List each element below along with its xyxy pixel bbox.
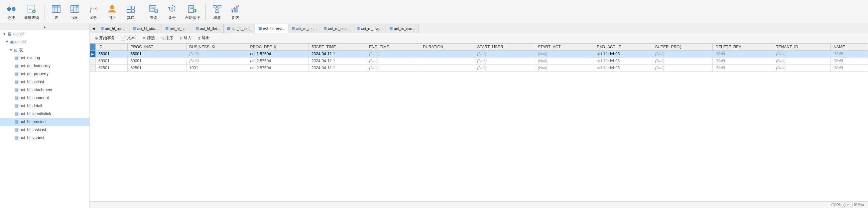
connect-button[interactable]: 连接 [3, 2, 20, 22]
col-header-start-act[interactable]: START_ACT_ [535, 43, 594, 51]
tab-label-0: act_hi_acti... [105, 27, 126, 31]
sidebar-item-act-hi-taskinst[interactable]: ▦ act_hi_taskinst [0, 126, 89, 134]
tab-table-icon2: ▦ [133, 26, 136, 31]
col-header-tenant-id[interactable]: TENANT_ID_ [773, 43, 831, 51]
model-button[interactable]: 模型 [209, 2, 226, 22]
table-cell: (Null) [773, 65, 831, 71]
sidebar-item-act-ge-bytearray[interactable]: ▦ act_ge_bytearray [0, 62, 89, 70]
new-query-button[interactable]: 新建查询 [21, 2, 42, 22]
text-button[interactable]: 📄 文本· [119, 35, 138, 41]
col-header-proc-inst[interactable]: PROC_INST_ [128, 43, 186, 51]
sidebar-item-act-evt-log[interactable]: ▦ act_evt_log [0, 54, 89, 62]
table-row[interactable]: 62501625011001act:2:575042024-04-11 1(Nu… [90, 65, 868, 71]
sidebar-item-act-hi-procinst[interactable]: ▦ act_hi_procinst [0, 118, 89, 126]
tab-act-hi-co[interactable]: ▦ act_hi_co... [162, 24, 192, 33]
tab-act-ru-dea[interactable]: ▦ act_ru_dea... [320, 24, 353, 33]
row-marker [90, 65, 96, 71]
sidebar-label-activiti-db: activiti [15, 39, 26, 44]
query-button[interactable]: 查询 [145, 2, 162, 22]
tab-nav-left[interactable]: ◀ [90, 24, 97, 33]
table-cell: 2024-04-11 1 [309, 58, 366, 65]
col-header-proc-def[interactable]: PROC_DEF_I( [247, 43, 309, 51]
tab-act-hi-ide[interactable]: ▦ act_hi_ide... [224, 24, 255, 33]
svg-rect-36 [188, 5, 194, 12]
sidebar-label-act-hi-attachment: act_hi_attachment [20, 88, 52, 92]
table-header-row: ID_ PROC_INST_ BUSINESS_KI PROC_DEF_I( S… [90, 43, 868, 51]
tab-act-hi-atta[interactable]: ▦ act_hi_atta... [129, 24, 162, 33]
table-cell: 55001 [96, 51, 128, 58]
table-cell: (Null) [474, 51, 535, 58]
col-header-start-user[interactable]: START_USER [474, 43, 535, 51]
data-grid[interactable]: ID_ PROC_INST_ BUSINESS_KI PROC_DEF_I( S… [90, 43, 868, 201]
col-header-name[interactable]: NAME_ [831, 43, 868, 51]
table-row[interactable]: ▶5500155001(Null)act:1:525042024-04-11 1… [90, 51, 868, 58]
sidebar-label-act-hi-comment: act_hi_comment [20, 95, 49, 100]
sidebar-item-activiti-root[interactable]: ▼ 🖥 activiti [0, 30, 89, 38]
sidebar-item-act-hi-attachment[interactable]: ▦ act_hi_attachment [0, 86, 89, 94]
start-transaction-button[interactable]: ⊕ 开始事务 [92, 35, 117, 41]
tab-act-re-mo[interactable]: ▦ act_re_mo... [288, 24, 320, 33]
separator2 [142, 4, 142, 20]
tab-table-icon6: ▦ [258, 26, 261, 31]
col-header-business-ki[interactable]: BUSINESS_KI [186, 43, 247, 51]
auto-run-button[interactable]: 自动运行 [182, 2, 203, 22]
transaction-icon: ⊕ [95, 36, 98, 40]
separator3 [206, 4, 206, 20]
sidebar-item-act-hi-identitylink[interactable]: ▦ act_hi_identitylink [0, 110, 89, 118]
col-header-end-time[interactable]: END_TIME_ [366, 43, 420, 51]
user-label: 用户 [108, 15, 116, 20]
svg-rect-26 [132, 6, 135, 9]
col-header-delete-rea[interactable]: DELETE_REA [713, 43, 773, 51]
sidebar-item-act-hi-detail[interactable]: ▦ act_hi_detail [0, 102, 89, 110]
sidebar-label-act-ge-bytearray: act_ge_bytearray [20, 64, 51, 68]
new-query-icon [26, 4, 37, 14]
sidebar-item-act-hi-comment[interactable]: ▦ act_hi_comment [0, 94, 89, 102]
user-button[interactable]: 用户 [103, 2, 121, 22]
export-button[interactable]: ⬆ 导出 [195, 35, 212, 41]
table-button[interactable]: 表 [48, 2, 65, 22]
sidebar-label-activiti-root: activiti [13, 32, 24, 36]
tab-table-icon9: ▦ [356, 26, 360, 31]
other-icon [125, 4, 136, 14]
import-button[interactable]: ⬇ 导入 [177, 35, 194, 41]
other-button[interactable]: 其它 [122, 2, 139, 22]
table-row[interactable]: 6000160001(Null)act:2:575042024-04-11 1(… [90, 58, 868, 65]
sidebar-label-act-evt-log: act_evt_log [20, 56, 40, 60]
sidebar-item-activiti-db[interactable]: ▼ ◉ activiti [0, 38, 89, 46]
sidebar-item-act-ge-property[interactable]: ▦ act_ge_property [0, 70, 89, 78]
sidebar-item-act-hi-actinst[interactable]: ▦ act_hi_actinst [0, 78, 89, 86]
filter-button[interactable]: ▼ 筛选 [140, 35, 157, 41]
sidebar-item-table-folder[interactable]: ▼ ⊞ 表 [0, 46, 89, 54]
query-icon [148, 4, 159, 14]
sort-button[interactable]: ⇅ 排序 [159, 35, 176, 41]
table-cell: (Null) [535, 65, 594, 71]
svg-line-33 [157, 12, 158, 13]
other-label: 其它 [127, 15, 134, 20]
function-button[interactable]: f (x) 函数 [85, 2, 102, 22]
table-cell [420, 65, 474, 71]
col-header-start-time[interactable]: START_TIME [309, 43, 366, 51]
svg-rect-28 [150, 5, 156, 11]
database-icon: ◉ [10, 39, 14, 44]
backup-button[interactable]: 备份 [163, 2, 181, 22]
svg-line-44 [215, 8, 217, 10]
tab-label-2: act_hi_co... [170, 27, 188, 31]
tab-act-hi-pro[interactable]: ▦ act_hi_pro... [255, 24, 288, 33]
connect-label: 连接 [8, 15, 15, 20]
chart-button[interactable]: 图表 [227, 2, 244, 22]
col-header-super-pro[interactable]: SUPER_PRO( [652, 43, 713, 51]
col-header-duration[interactable]: DURATION_ [420, 43, 474, 51]
col-header-id[interactable]: ID_ [96, 43, 128, 51]
tab-act-ru-eve[interactable]: ▦ act_ru_eve... [353, 24, 386, 33]
import-label: 导入 [184, 35, 191, 41]
tab-act-hi-det[interactable]: ▦ act_hi_det... [192, 24, 224, 33]
view-button[interactable]: 视图 [66, 2, 84, 22]
tab-table-icon8: ▦ [323, 26, 327, 31]
tab-act-ru-exe[interactable]: ▦ act_ru_exe... [386, 24, 419, 33]
sidebar-scroll-up[interactable]: ▲ [0, 24, 89, 30]
col-header-end-act[interactable]: END_ACT_ID [594, 43, 652, 51]
sidebar-item-act-hi-varinst[interactable]: ▦ act_hi_varinst [0, 134, 89, 142]
row-marker: ▶ [90, 51, 96, 58]
table-cell: sid-1fedeb93 [594, 65, 652, 71]
tab-act-hi-acti[interactable]: ▦ act_hi_acti... [97, 24, 129, 33]
